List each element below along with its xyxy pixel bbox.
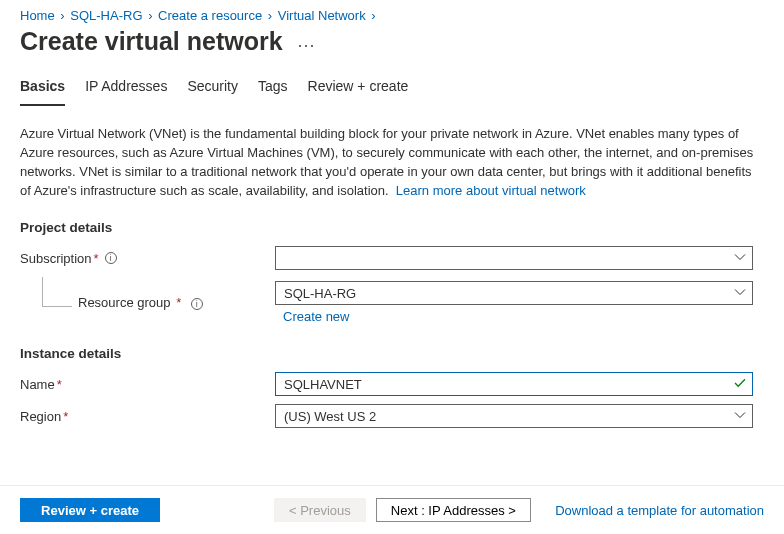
create-new-rg-link[interactable]: Create new	[275, 305, 349, 324]
footer-bar: Review + create < Previous Next : IP Add…	[0, 485, 784, 534]
chevron-down-icon	[734, 286, 746, 301]
tab-description: Azure Virtual Network (VNet) is the fund…	[20, 125, 764, 200]
resource-group-select[interactable]: SQL-HA-RG	[275, 281, 753, 305]
required-asterisk: *	[94, 251, 99, 266]
required-asterisk: *	[57, 377, 62, 392]
tab-review-create[interactable]: Review + create	[308, 70, 409, 106]
section-heading-project: Project details	[20, 220, 764, 235]
section-heading-instance: Instance details	[20, 346, 764, 361]
breadcrumb-item-vnet[interactable]: Virtual Network	[278, 8, 366, 23]
info-icon[interactable]: i	[105, 252, 117, 264]
download-template-link[interactable]: Download a template for automation	[555, 503, 764, 518]
page-title: Create virtual network	[20, 27, 283, 56]
subscription-select[interactable]	[275, 246, 753, 270]
tab-security[interactable]: Security	[187, 70, 238, 106]
breadcrumb: Home › SQL-HA-RG › Create a resource › V…	[0, 0, 784, 25]
region-label: Region	[20, 409, 61, 424]
region-value: (US) West US 2	[284, 409, 376, 424]
chevron-down-icon	[734, 409, 746, 424]
name-value: SQLHAVNET	[284, 377, 362, 392]
check-icon	[734, 377, 746, 392]
breadcrumb-item-rg[interactable]: SQL-HA-RG	[70, 8, 142, 23]
subscription-label: Subscription	[20, 251, 92, 266]
region-select[interactable]: (US) West US 2	[275, 404, 753, 428]
description-text: Azure Virtual Network (VNet) is the fund…	[20, 126, 753, 198]
resource-group-label: Resource group	[78, 295, 171, 310]
more-actions-button[interactable]: ⋯	[297, 28, 316, 56]
tab-basics[interactable]: Basics	[20, 70, 65, 106]
required-asterisk: *	[63, 409, 68, 424]
resource-group-value: SQL-HA-RG	[284, 286, 356, 301]
tab-tags[interactable]: Tags	[258, 70, 288, 106]
chevron-right-icon: ›	[146, 8, 154, 23]
chevron-right-icon: ›	[266, 8, 274, 23]
name-input[interactable]: SQLHAVNET	[275, 372, 753, 396]
tab-strip: Basics IP Addresses Security Tags Review…	[0, 70, 784, 107]
info-icon[interactable]: i	[191, 298, 203, 310]
breadcrumb-item-home[interactable]: Home	[20, 8, 55, 23]
required-asterisk: *	[176, 295, 181, 310]
tab-ip-addresses[interactable]: IP Addresses	[85, 70, 167, 106]
chevron-right-icon: ›	[58, 8, 66, 23]
learn-more-link[interactable]: Learn more about virtual network	[396, 183, 586, 198]
next-button[interactable]: Next : IP Addresses >	[376, 498, 531, 522]
chevron-right-icon: ›	[369, 8, 377, 23]
breadcrumb-item-create[interactable]: Create a resource	[158, 8, 262, 23]
review-create-button[interactable]: Review + create	[20, 498, 160, 522]
previous-button: < Previous	[274, 498, 366, 522]
chevron-down-icon	[734, 251, 746, 266]
name-label: Name	[20, 377, 55, 392]
